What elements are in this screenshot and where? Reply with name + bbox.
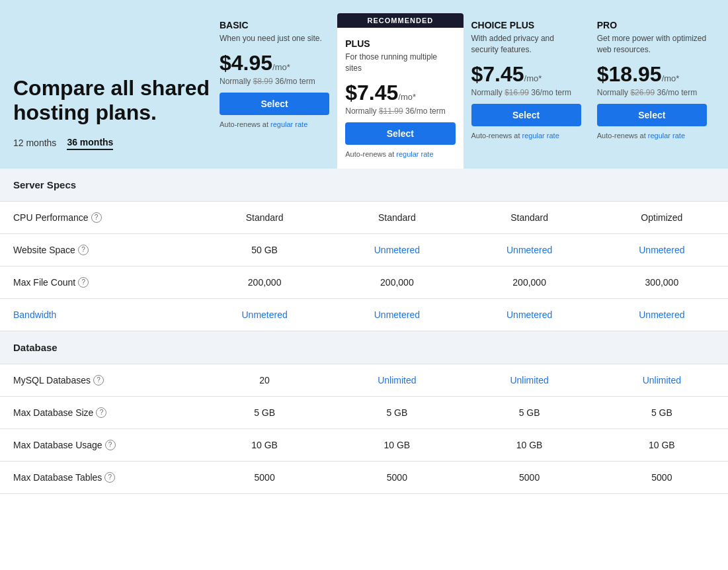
feature-label: Max Database Usage?: [13, 440, 116, 450]
plan-normal-price-plus: Normally $11.99 36/mo term: [345, 106, 455, 116]
plan-name-pro: PRO: [597, 20, 707, 30]
feature-value-cell: 5000: [331, 462, 463, 493]
term-toggle: 12 months 36 months: [13, 136, 212, 150]
select-button-basic[interactable]: Select: [220, 93, 329, 115]
plan-col-pro: PRO Get more power with optimized web re…: [589, 13, 715, 169]
select-button-pro[interactable]: Select: [597, 104, 707, 126]
feature-value-link[interactable]: Unmetered: [374, 245, 420, 255]
feature-value-link[interactable]: Unlimited: [643, 375, 681, 386]
select-button-plus[interactable]: Select: [345, 122, 455, 145]
plan-name-plus: PLUS: [345, 38, 455, 49]
section-header-server-specs: Server Specs: [0, 169, 728, 202]
plan-col-plus: RECOMMENDED PLUS For those running multi…: [337, 13, 463, 169]
feature-label-cell: Max Database Usage?: [0, 429, 198, 461]
help-icon[interactable]: ?: [96, 407, 106, 418]
regular-rate-link-choice-plus[interactable]: regular rate: [522, 132, 559, 140]
feature-value-cell: 5 GB: [331, 397, 463, 428]
help-icon[interactable]: ?: [91, 212, 102, 223]
feature-label-cell: MySQL Databases?: [0, 364, 198, 396]
feature-value-cell: 5000: [596, 462, 728, 493]
plan-price-plus: $7.45/mo*: [345, 81, 455, 105]
table-row: Max Database Usage?10 GB10 GB10 GB10 GB: [0, 429, 728, 462]
feature-value-cell: 5 GB: [464, 397, 596, 428]
section-header-empty-cell: [331, 169, 463, 201]
section-header-empty-cell: [198, 169, 331, 201]
help-icon[interactable]: ?: [78, 245, 89, 255]
feature-label: Website Space?: [13, 245, 89, 255]
plan-name-basic: BASIC: [220, 20, 329, 30]
feature-value-cell: 5000: [464, 462, 596, 493]
feature-label-cell: Max Database Size?: [0, 397, 198, 428]
feature-value-link[interactable]: Unlimited: [510, 375, 548, 386]
feature-value-cell: 5 GB: [596, 397, 728, 428]
plan-name-choice-plus: CHOICE PLUS: [471, 20, 581, 30]
table-row: Max Database Size?5 GB5 GB5 GB5 GB: [0, 397, 728, 429]
recommended-badge: RECOMMENDED: [337, 13, 463, 28]
table-row: Website Space?50 GBUnmeteredUnmeteredUnm…: [0, 234, 728, 266]
plan-desc-choice-plus: With added privacy and security features…: [471, 33, 581, 56]
plan-col-basic: BASIC When you need just one site. $4.95…: [212, 13, 337, 169]
header-section: Compare all shared hosting plans. 12 mon…: [0, 0, 728, 169]
page-title: Compare all shared hosting plans.: [13, 76, 212, 125]
feature-value-link[interactable]: Unmetered: [639, 245, 684, 255]
feature-label-cell: Max Database Tables?: [0, 462, 198, 493]
feature-value-cell: Standard: [198, 202, 331, 233]
feature-value-cell: Unlimited: [331, 364, 463, 396]
feature-value-cell: 5000: [198, 462, 331, 493]
section-header-empty-cell: [596, 331, 728, 364]
feature-label-cell: Bandwidth: [0, 299, 198, 331]
comparison-table: Server SpecsCPU Performance?StandardStan…: [0, 169, 728, 494]
feature-value-link[interactable]: Unlimited: [378, 375, 416, 386]
section-header-empty-cell: [464, 331, 596, 364]
feature-value-cell: 20: [198, 364, 331, 396]
select-button-choice-plus[interactable]: Select: [471, 104, 581, 126]
feature-label: Bandwidth: [13, 309, 56, 320]
help-icon[interactable]: ?: [78, 277, 89, 288]
feature-value-cell: 10 GB: [464, 429, 596, 461]
help-icon[interactable]: ?: [93, 375, 104, 386]
regular-rate-link-pro[interactable]: regular rate: [648, 132, 685, 140]
plan-normal-price-pro: Normally $26.99 36/mo term: [597, 88, 707, 97]
table-row: BandwidthUnmeteredUnmeteredUnmeteredUnme…: [0, 299, 728, 331]
feature-value-cell: Unmetered: [331, 299, 463, 331]
feature-value-cell: Unmetered: [198, 299, 331, 331]
help-icon[interactable]: ?: [105, 440, 116, 450]
feature-value-cell: 200,000: [331, 266, 463, 298]
feature-value-link[interactable]: Unmetered: [506, 309, 552, 320]
term-36-months[interactable]: 36 months: [67, 136, 113, 150]
table-row: CPU Performance?StandardStandardStandard…: [0, 202, 728, 234]
section-header-database: Database: [0, 331, 728, 364]
feature-label: CPU Performance?: [13, 212, 102, 223]
feature-value-link[interactable]: Unmetered: [241, 309, 287, 320]
feature-value-link[interactable]: Unmetered: [639, 309, 684, 320]
feature-value-link[interactable]: Unmetered: [374, 309, 420, 320]
feature-link-bandwidth[interactable]: Bandwidth: [13, 309, 56, 320]
feature-value-cell: 10 GB: [331, 429, 463, 461]
help-icon[interactable]: ?: [104, 472, 115, 483]
plan-normal-price-choice-plus: Normally $16.99 36/mo term: [471, 88, 581, 97]
feature-value-cell: Unmetered: [464, 234, 596, 266]
section-header-empty-cell: [198, 331, 331, 364]
section-header-empty-cell: [464, 169, 596, 201]
regular-rate-link-plus[interactable]: regular rate: [396, 150, 433, 158]
feature-value-cell: Unmetered: [464, 299, 596, 331]
feature-value-cell: Standard: [331, 202, 463, 233]
feature-value-link[interactable]: Unmetered: [506, 245, 552, 255]
regular-rate-link-basic[interactable]: regular rate: [270, 120, 307, 128]
feature-value-cell: 5 GB: [198, 397, 331, 428]
section-header-label: Database: [0, 331, 198, 364]
auto-renew-choice-plus: Auto-renews at regular rate: [471, 132, 581, 140]
feature-value-cell: 200,000: [464, 266, 596, 298]
plan-normal-price-basic: Normally $8.99 36/mo term: [220, 77, 329, 86]
feature-value-cell: 300,000: [596, 266, 728, 298]
plan-col-choice-plus: CHOICE PLUS With added privacy and secur…: [464, 13, 589, 169]
auto-renew-pro: Auto-renews at regular rate: [597, 132, 707, 140]
feature-label: Max File Count?: [13, 277, 89, 288]
feature-label: Max Database Size?: [13, 407, 106, 418]
feature-label: MySQL Databases?: [13, 375, 104, 386]
term-12-months[interactable]: 12 months: [13, 136, 56, 149]
feature-label-cell: Website Space?: [0, 234, 198, 266]
feature-value-cell: Optimized: [596, 202, 728, 233]
feature-value-cell: Standard: [464, 202, 596, 233]
feature-value-cell: 10 GB: [198, 429, 331, 461]
